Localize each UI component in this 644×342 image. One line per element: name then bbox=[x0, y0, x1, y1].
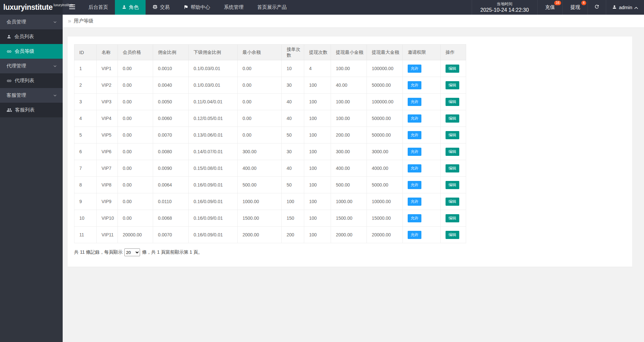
cell-min_withdraw: 400.00 bbox=[331, 160, 367, 177]
table-row: 9VIP90.000.01100.16/0.09/0.011000.001001… bbox=[74, 193, 466, 210]
sidebar-item-label: 客服列表 bbox=[15, 107, 35, 113]
invite-allow-badge[interactable]: 允许 bbox=[408, 214, 421, 222]
user-icon bbox=[612, 5, 617, 10]
scales-icon bbox=[152, 4, 158, 10]
edit-button[interactable]: 编辑 bbox=[446, 65, 459, 73]
cell-sub_commission: 0.1/0.03/0.01 bbox=[189, 77, 238, 94]
nav-item[interactable]: 帮助中心 bbox=[177, 0, 217, 15]
column-header: ID bbox=[74, 45, 97, 60]
invite-allow-badge[interactable]: 允许 bbox=[408, 98, 421, 106]
cell-withdrawals: 100 bbox=[304, 160, 331, 177]
cell-min_balance: 400.00 bbox=[238, 160, 282, 177]
withdraw-label: 提现 bbox=[570, 4, 580, 10]
cell-id: 8 bbox=[74, 177, 97, 193]
column-header: 名称 bbox=[97, 45, 118, 60]
sidebar-item-label: 会员列表 bbox=[14, 34, 34, 40]
cell-name: VIP6 bbox=[97, 143, 118, 160]
sidebar-item[interactable]: 客服列表 bbox=[0, 103, 63, 117]
invite-allow-badge[interactable]: 允许 bbox=[408, 114, 421, 123]
edit-button[interactable]: 编辑 bbox=[446, 231, 459, 239]
edit-button[interactable]: 编辑 bbox=[446, 198, 459, 206]
sidebar-item[interactable]: 代理管理 bbox=[0, 59, 63, 73]
cell-sub_commission: 0.11/0.04/0.01 bbox=[189, 94, 238, 110]
cell-action: 编辑 bbox=[441, 127, 466, 143]
cell-orders: 30 bbox=[282, 143, 304, 160]
edit-button[interactable]: 编辑 bbox=[446, 131, 459, 139]
cell-orders: 50 bbox=[282, 177, 304, 193]
cell-withdrawals: 100 bbox=[304, 143, 331, 160]
withdraw-link[interactable]: 提现 4 bbox=[563, 0, 588, 15]
cell-orders: 10 bbox=[282, 60, 304, 77]
cell-commission: 0.0070 bbox=[153, 227, 189, 243]
cell-min_balance: 0.00 bbox=[238, 127, 282, 143]
cell-orders: 150 bbox=[282, 210, 304, 227]
invite-allow-badge[interactable]: 允许 bbox=[408, 148, 421, 156]
cell-action: 编辑 bbox=[441, 110, 466, 127]
page-size-select[interactable]: 20 bbox=[124, 248, 140, 256]
cell-id: 1 bbox=[74, 60, 97, 77]
chevron-down-icon bbox=[53, 64, 57, 69]
sidebar-item-label: 代理列表 bbox=[15, 78, 34, 84]
cell-sub_commission: 0.15/0.08/0.01 bbox=[189, 160, 238, 177]
nav-item-label: 系统管理 bbox=[224, 4, 243, 10]
nav-item[interactable]: 首页展示产品 bbox=[250, 0, 293, 15]
cell-max_withdraw: 50000.00 bbox=[367, 127, 403, 143]
column-header: 会员价格 bbox=[118, 45, 153, 60]
recharge-link[interactable]: 充值 16 bbox=[538, 0, 563, 15]
invite-allow-badge[interactable]: 允许 bbox=[408, 131, 421, 139]
cell-action: 编辑 bbox=[441, 94, 466, 110]
sidebar-item[interactable]: 客服管理 bbox=[0, 88, 63, 103]
nav-item[interactable]: 系统管理 bbox=[217, 0, 250, 15]
cell-commission: 0.0010 bbox=[153, 60, 189, 77]
edit-button[interactable]: 编辑 bbox=[446, 148, 459, 156]
cell-invite: 允许 bbox=[403, 177, 441, 193]
nav-item-label: 首页展示产品 bbox=[257, 4, 287, 10]
cell-commission: 0.0070 bbox=[153, 127, 189, 143]
edit-button[interactable]: 编辑 bbox=[446, 181, 459, 189]
invite-allow-badge[interactable]: 允许 bbox=[408, 198, 421, 206]
people-icon bbox=[7, 107, 12, 113]
table-row: 2VIP20.000.00400.1/0.03/0.010.003010040.… bbox=[74, 77, 466, 94]
sidebar-collapse-button[interactable] bbox=[63, 0, 82, 15]
nav-item[interactable]: 角色 bbox=[115, 0, 146, 15]
link-icon bbox=[7, 49, 12, 54]
cell-commission: 0.0090 bbox=[153, 160, 189, 177]
cell-min_balance: 0.00 bbox=[238, 77, 282, 94]
flag-icon bbox=[183, 5, 188, 10]
cell-orders: 40 bbox=[282, 110, 304, 127]
cell-withdrawals: 100 bbox=[304, 227, 331, 243]
nav-item[interactable]: 后台首页 bbox=[82, 0, 115, 15]
cell-id: 10 bbox=[74, 210, 97, 227]
cell-price: 0.00 bbox=[118, 77, 153, 94]
sidebar-item[interactable]: 会员等级 bbox=[0, 44, 63, 59]
sidebar-item[interactable]: 会员管理 bbox=[0, 15, 63, 29]
edit-button[interactable]: 编辑 bbox=[446, 98, 459, 106]
admin-menu[interactable]: admin bbox=[606, 0, 644, 15]
invite-allow-badge[interactable]: 允许 bbox=[408, 81, 421, 89]
cell-withdrawals: 100 bbox=[304, 210, 331, 227]
cell-min_balance: 1000.00 bbox=[238, 193, 282, 210]
invite-allow-badge[interactable]: 允许 bbox=[408, 65, 421, 73]
cell-sub_commission: 0.16/0.09/0.01 bbox=[189, 193, 238, 210]
chevron-down-icon bbox=[53, 20, 57, 25]
column-header: 佣金比例 bbox=[153, 45, 189, 60]
sidebar-item[interactable]: 会员列表 bbox=[0, 29, 63, 44]
invite-allow-badge[interactable]: 允许 bbox=[408, 164, 421, 172]
cell-action: 编辑 bbox=[441, 60, 466, 77]
sidebar-item[interactable]: 代理列表 bbox=[0, 73, 63, 88]
invite-allow-badge[interactable]: 允许 bbox=[408, 231, 421, 239]
nav-item[interactable]: 交易 bbox=[146, 0, 177, 15]
edit-button[interactable]: 编辑 bbox=[446, 81, 459, 89]
edit-button[interactable]: 编辑 bbox=[446, 214, 459, 222]
cell-max_withdraw: 4000.00 bbox=[367, 160, 403, 177]
invite-allow-badge[interactable]: 允许 bbox=[408, 181, 421, 189]
cell-name: VIP3 bbox=[97, 94, 118, 110]
refresh-button[interactable] bbox=[588, 0, 606, 15]
cell-withdrawals: 100 bbox=[304, 177, 331, 193]
cell-invite: 允许 bbox=[403, 110, 441, 127]
edit-button[interactable]: 编辑 bbox=[446, 114, 459, 123]
edit-button[interactable]: 编辑 bbox=[446, 164, 459, 172]
cell-invite: 允许 bbox=[403, 210, 441, 227]
top-nav: 后台首页角色交易帮助中心系统管理首页展示产品 bbox=[82, 0, 293, 15]
cell-invite: 允许 bbox=[403, 77, 441, 94]
